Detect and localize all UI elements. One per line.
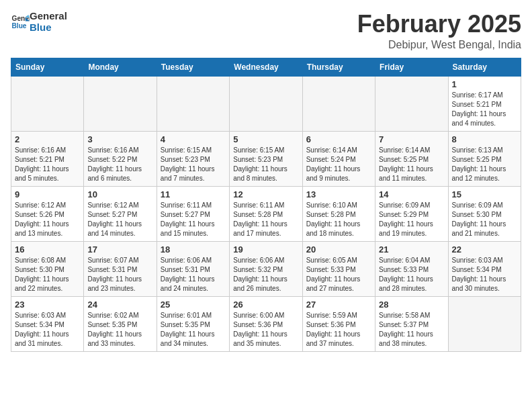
day-info: Sunrise: 6:11 AMSunset: 5:28 PMDaylight:… (233, 201, 298, 238)
day-number: 9 (15, 189, 80, 199)
day-number: 5 (233, 134, 298, 144)
calendar-day-cell: 19Sunrise: 6:06 AMSunset: 5:32 PMDayligh… (230, 241, 302, 296)
day-number: 7 (379, 134, 444, 144)
day-info: Sunrise: 6:00 AMSunset: 5:36 PMDaylight:… (233, 311, 298, 349)
day-number: 20 (306, 244, 371, 255)
day-number: 11 (161, 189, 226, 199)
day-number: 17 (87, 244, 152, 255)
svg-text:Blue: Blue (12, 22, 27, 30)
day-number: 16 (15, 244, 80, 255)
day-info: Sunrise: 6:09 AMSunset: 5:30 PMDaylight:… (452, 201, 517, 238)
calendar-week-row: 9Sunrise: 6:12 AMSunset: 5:26 PMDaylight… (11, 186, 521, 241)
weekday-header-wednesday: Wednesday (230, 58, 302, 76)
calendar-day-cell: 22Sunrise: 6:03 AMSunset: 5:34 PMDayligh… (448, 241, 521, 296)
day-info: Sunrise: 6:02 AMSunset: 5:35 PMDaylight:… (87, 311, 152, 349)
day-info: Sunrise: 6:01 AMSunset: 5:35 PMDaylight:… (161, 311, 226, 349)
day-number: 8 (452, 134, 517, 144)
day-info: Sunrise: 6:08 AMSunset: 5:30 PMDaylight:… (15, 256, 80, 293)
day-info: Sunrise: 6:17 AMSunset: 5:21 PMDaylight:… (452, 91, 517, 128)
calendar-day-cell: 12Sunrise: 6:11 AMSunset: 5:28 PMDayligh… (230, 186, 302, 241)
weekday-header-row: SundayMondayTuesdayWednesdayThursdayFrid… (11, 58, 521, 76)
day-number: 24 (87, 300, 152, 310)
day-info: Sunrise: 6:16 AMSunset: 5:21 PMDaylight:… (15, 146, 80, 183)
calendar-day-cell (11, 76, 84, 131)
day-info: Sunrise: 6:13 AMSunset: 5:25 PMDaylight:… (452, 146, 517, 183)
day-info: Sunrise: 6:03 AMSunset: 5:34 PMDaylight:… (452, 256, 517, 293)
day-info: Sunrise: 6:15 AMSunset: 5:23 PMDaylight:… (233, 146, 298, 183)
calendar-day-cell: 3Sunrise: 6:16 AMSunset: 5:22 PMDaylight… (84, 131, 157, 186)
day-info: Sunrise: 6:04 AMSunset: 5:33 PMDaylight:… (379, 256, 444, 293)
weekday-header-friday: Friday (375, 58, 448, 76)
calendar-day-cell: 9Sunrise: 6:12 AMSunset: 5:26 PMDaylight… (11, 186, 84, 241)
day-info: Sunrise: 6:07 AMSunset: 5:31 PMDaylight:… (87, 256, 152, 293)
logo-blue: Blue (30, 22, 67, 34)
calendar-day-cell: 8Sunrise: 6:13 AMSunset: 5:25 PMDaylight… (448, 131, 521, 186)
weekday-header-thursday: Thursday (302, 58, 375, 76)
calendar-day-cell: 28Sunrise: 5:58 AMSunset: 5:37 PMDayligh… (375, 296, 448, 351)
day-info: Sunrise: 6:14 AMSunset: 5:25 PMDaylight:… (379, 146, 444, 183)
calendar-day-cell: 25Sunrise: 6:01 AMSunset: 5:35 PMDayligh… (157, 296, 229, 351)
calendar-day-cell: 14Sunrise: 6:09 AMSunset: 5:29 PMDayligh… (375, 186, 448, 241)
day-number: 21 (379, 244, 444, 255)
calendar-day-cell (84, 76, 157, 131)
calendar-day-cell: 11Sunrise: 6:11 AMSunset: 5:27 PMDayligh… (157, 186, 229, 241)
day-number: 26 (233, 300, 298, 310)
day-number: 2 (15, 134, 80, 144)
calendar-day-cell (448, 296, 521, 351)
calendar-week-row: 1Sunrise: 6:17 AMSunset: 5:21 PMDaylight… (11, 76, 521, 131)
calendar-day-cell (375, 76, 448, 131)
day-number: 22 (452, 244, 517, 255)
page-header: General Blue General Blue February 2025 … (11, 11, 521, 51)
day-number: 23 (15, 300, 80, 310)
title-block: February 2025 Debipur, West Bengal, Indi… (357, 11, 521, 51)
day-number: 15 (452, 189, 517, 199)
calendar-day-cell: 16Sunrise: 6:08 AMSunset: 5:30 PMDayligh… (11, 241, 84, 296)
day-info: Sunrise: 6:12 AMSunset: 5:26 PMDaylight:… (15, 201, 80, 238)
calendar-day-cell: 5Sunrise: 6:15 AMSunset: 5:23 PMDaylight… (230, 131, 302, 186)
day-number: 4 (161, 134, 226, 144)
day-info: Sunrise: 5:59 AMSunset: 5:36 PMDaylight:… (306, 311, 371, 349)
calendar-day-cell: 27Sunrise: 5:59 AMSunset: 5:36 PMDayligh… (302, 296, 375, 351)
calendar-table: SundayMondayTuesdayWednesdayThursdayFrid… (11, 58, 521, 352)
day-number: 12 (233, 189, 298, 199)
weekday-header-monday: Monday (84, 58, 157, 76)
day-info: Sunrise: 6:03 AMSunset: 5:34 PMDaylight:… (15, 311, 80, 349)
calendar-week-row: 2Sunrise: 6:16 AMSunset: 5:21 PMDaylight… (11, 131, 521, 186)
calendar-day-cell: 7Sunrise: 6:14 AMSunset: 5:25 PMDaylight… (375, 131, 448, 186)
calendar-day-cell: 23Sunrise: 6:03 AMSunset: 5:34 PMDayligh… (11, 296, 84, 351)
logo: General Blue General Blue (11, 11, 67, 33)
calendar-day-cell: 24Sunrise: 6:02 AMSunset: 5:35 PMDayligh… (84, 296, 157, 351)
day-number: 1 (452, 79, 517, 89)
day-number: 13 (306, 189, 371, 199)
calendar-day-cell: 1Sunrise: 6:17 AMSunset: 5:21 PMDaylight… (448, 76, 521, 131)
day-info: Sunrise: 6:05 AMSunset: 5:33 PMDaylight:… (306, 256, 371, 293)
calendar-day-cell (230, 76, 302, 131)
day-number: 10 (87, 189, 152, 199)
day-info: Sunrise: 6:06 AMSunset: 5:31 PMDaylight:… (161, 256, 226, 293)
day-number: 27 (306, 300, 371, 310)
calendar-week-row: 16Sunrise: 6:08 AMSunset: 5:30 PMDayligh… (11, 241, 521, 296)
day-info: Sunrise: 6:16 AMSunset: 5:22 PMDaylight:… (87, 146, 152, 183)
location-title: Debipur, West Bengal, India (357, 39, 521, 51)
calendar-day-cell: 2Sunrise: 6:16 AMSunset: 5:21 PMDaylight… (11, 131, 84, 186)
day-info: Sunrise: 6:15 AMSunset: 5:23 PMDaylight:… (161, 146, 226, 183)
day-number: 6 (306, 134, 371, 144)
weekday-header-saturday: Saturday (448, 58, 521, 76)
day-info: Sunrise: 5:58 AMSunset: 5:37 PMDaylight:… (379, 311, 444, 349)
calendar-day-cell (157, 76, 229, 131)
calendar-day-cell (302, 76, 375, 131)
day-info: Sunrise: 6:12 AMSunset: 5:27 PMDaylight:… (87, 201, 152, 238)
day-info: Sunrise: 6:06 AMSunset: 5:32 PMDaylight:… (233, 256, 298, 293)
calendar-day-cell: 18Sunrise: 6:06 AMSunset: 5:31 PMDayligh… (157, 241, 229, 296)
day-info: Sunrise: 6:10 AMSunset: 5:28 PMDaylight:… (306, 201, 371, 238)
day-info: Sunrise: 6:14 AMSunset: 5:24 PMDaylight:… (306, 146, 371, 183)
calendar-day-cell: 10Sunrise: 6:12 AMSunset: 5:27 PMDayligh… (84, 186, 157, 241)
calendar-day-cell: 13Sunrise: 6:10 AMSunset: 5:28 PMDayligh… (302, 186, 375, 241)
month-title: February 2025 (357, 11, 521, 38)
day-number: 28 (379, 300, 444, 310)
day-number: 19 (233, 244, 298, 255)
logo-general: General (30, 11, 67, 22)
calendar-day-cell: 17Sunrise: 6:07 AMSunset: 5:31 PMDayligh… (84, 241, 157, 296)
day-number: 25 (161, 300, 226, 310)
day-number: 3 (87, 134, 152, 144)
